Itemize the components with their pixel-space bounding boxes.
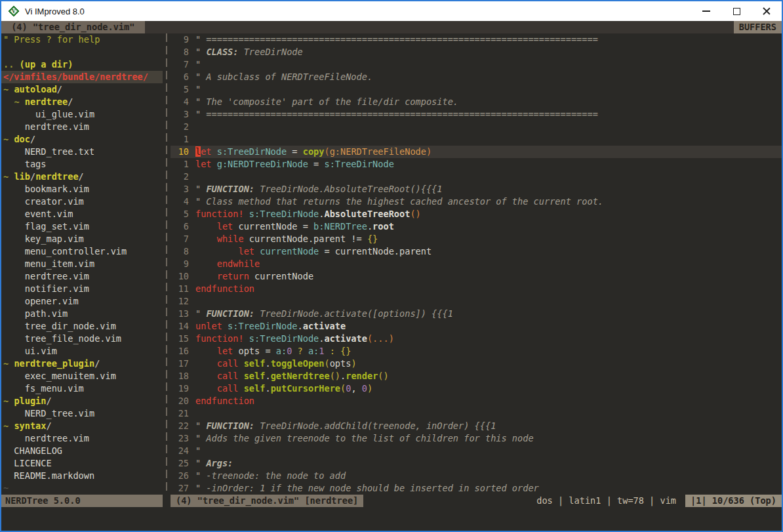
syntax-token: autoload [14,84,56,94]
tree-item[interactable]: bookmark.vim [1,183,163,195]
syntax-token: a: [276,346,287,356]
tree-item[interactable]: tree_dir_node.vim [1,320,163,333]
code-line[interactable]: 10let s:TreeDirNode = copy(g:NERDTreeFil… [171,146,782,158]
tree-item[interactable]: fs_menu.vim [1,382,163,395]
code-line[interactable]: 1 [171,133,782,146]
tree-item[interactable]: notifier.vim [1,283,163,295]
tree-item[interactable]: ~ nerdtree/ [1,96,163,108]
tree-item[interactable]: creator.vim [1,195,163,208]
tree-item[interactable]: NERD_tree.txt [1,146,163,158]
code-line[interactable]: 23" Adds the given treenode to the list … [171,432,782,445]
tree-item[interactable]: menu_controller.vim [1,245,163,258]
syntax-token: ~ [3,358,14,369]
code-line[interactable]: 27" -inOrder: 1 if the new node should b… [171,482,782,495]
code-line[interactable]: 7 while currentNode.parent != {} [171,233,782,245]
tree-item[interactable]: ~ autoload/ [1,83,163,96]
tree-item[interactable]: flag_set.vim [1,220,163,233]
code-line[interactable]: 4" Class method that returns the highest… [171,195,782,208]
code-line[interactable]: 3" FUNCTION: TreeDirNode.AbsoluteTreeRoo… [171,183,782,195]
tree-item[interactable]: " Press ? for help [1,33,163,46]
code-line[interactable]: 19 call self.putCursorHere(0, 0) [171,382,782,395]
syntax-token: while [217,234,244,244]
tree-item[interactable]: CHANGELOG [1,445,163,457]
tree-item[interactable]: opener.vim [1,295,163,308]
code-line[interactable]: 6 let currentNode = b:NERDTree.root [171,220,782,233]
code-line[interactable]: 25" Args: [171,457,782,470]
syntax-token [244,333,249,344]
code-line[interactable]: 1let g:NERDTreeDirNode = s:TreeDirNode [171,158,782,171]
syntax-token [212,146,217,157]
tree-item[interactable]: ui_glue.vim [1,108,163,121]
code-line[interactable]: 11endfunction [171,283,782,295]
tree-item[interactable]: LICENCE [1,457,163,470]
code-text [189,407,195,420]
code-line[interactable]: 9" =====================================… [171,33,782,46]
code-text: endwhile [189,258,260,270]
code-line[interactable]: 18 call self.getNerdtree().render() [171,370,782,382]
code-line[interactable]: 8" CLASS: TreeDirNode [171,46,782,58]
code-line[interactable]: 6" A subclass of NERDTreeFileNode. [171,71,782,83]
maximize-button[interactable] [721,1,752,21]
code-line[interactable]: 14unlet s:TreeDirNode.activate [171,320,782,333]
tree-item[interactable]: nerdtree.vim [1,432,163,445]
tree-item[interactable]: ~ [1,482,163,495]
window-separator[interactable] [163,33,171,495]
code-line[interactable]: 2 [171,171,782,183]
code-line[interactable]: 22" FUNCTION: TreeDirNode.addChild(treen… [171,420,782,432]
syntax-token: self [244,383,266,394]
code-line[interactable]: 15function! s:TreeDirNode.activate(...) [171,333,782,345]
tree-item[interactable]: tree_file_node.vim [1,333,163,345]
minimize-button[interactable] [691,1,721,21]
tree-item[interactable]: </vimfiles/bundle/nerdtree/ [1,71,163,83]
code-line[interactable]: 24" [171,445,782,457]
tree-item[interactable]: NERD_tree.vim [1,407,163,420]
code-line[interactable]: 8 let currentNode = currentNode.parent [171,245,782,258]
code-line[interactable]: 12 [171,295,782,308]
tree-item[interactable]: path.vim [1,308,163,320]
code-line[interactable]: 21 [171,407,782,420]
syntax-token: TreeDirNode.addChild(treenode, inOrder) … [254,420,496,431]
code-line[interactable]: 17 call self.toggleOpen(opts) [171,358,782,370]
syntax-token: menu_controller.vim [3,246,127,256]
tree-item[interactable]: key_map.vim [1,233,163,245]
code-line[interactable]: 26" -treenode: the node to add [171,470,782,482]
tree-item[interactable]: ~ doc/ [1,133,163,146]
syntax-token: TreeDirNode.activate([options]) {{{1 [254,308,453,319]
close-button[interactable] [752,1,782,21]
buffer-tab[interactable]: (4) "tree_dir_node.vim" [1,21,145,33]
command-line[interactable] [1,507,782,531]
tree-item[interactable]: ui.vim [1,345,163,358]
code-line[interactable]: 2 [171,121,782,133]
code-line[interactable]: 13" FUNCTION: TreeDirNode.activate([opti… [171,308,782,320]
tree-item[interactable]: nerdtree.vim [1,121,163,133]
tree-item[interactable]: README.markdown [1,470,163,482]
code-line[interactable]: 5" [171,83,782,96]
tree-item[interactable]: exec_menuitem.vim [1,370,163,382]
tree-item[interactable]: ~ lib/nerdtree/ [1,171,163,183]
code-line[interactable]: 9 endwhile [171,258,782,270]
code-line[interactable]: 10 return currentNode [171,270,782,283]
tree-item[interactable]: nerdtree.vim [1,270,163,283]
code-line[interactable]: 3" =====================================… [171,108,782,121]
tree-item[interactable]: menu_item.vim [1,258,163,270]
syntax-token: {} [340,346,351,356]
tree-item[interactable]: tags [1,158,163,171]
line-number: 5 [171,208,189,220]
syntax-token: self [244,371,266,381]
syntax-token: FUNCTION: [206,184,254,194]
syntax-token: s:TreeDirNode [217,146,287,157]
code-line[interactable]: 16 let opts = a:0 ? a:1 : {} [171,345,782,358]
tree-item[interactable] [1,46,163,58]
syntax-token [239,371,244,381]
code-line[interactable]: 5function! s:TreeDirNode.AbsoluteTreeRoo… [171,208,782,220]
code-line[interactable]: 7" [171,58,782,71]
syntax-token [195,246,238,256]
tree-item[interactable]: ~ nerdtree_plugin/ [1,358,163,370]
code-line[interactable]: 4" The 'composite' part of the file/dir … [171,96,782,108]
tree-item[interactable]: .. (up a dir) [1,58,163,71]
code-line[interactable]: 20endfunction [171,395,782,407]
tree-item[interactable]: ~ plugin/ [1,395,163,407]
tree-item[interactable]: ~ syntax/ [1,420,163,432]
syntax-token: README.markdown [3,470,94,481]
tree-item[interactable]: event.vim [1,208,163,220]
